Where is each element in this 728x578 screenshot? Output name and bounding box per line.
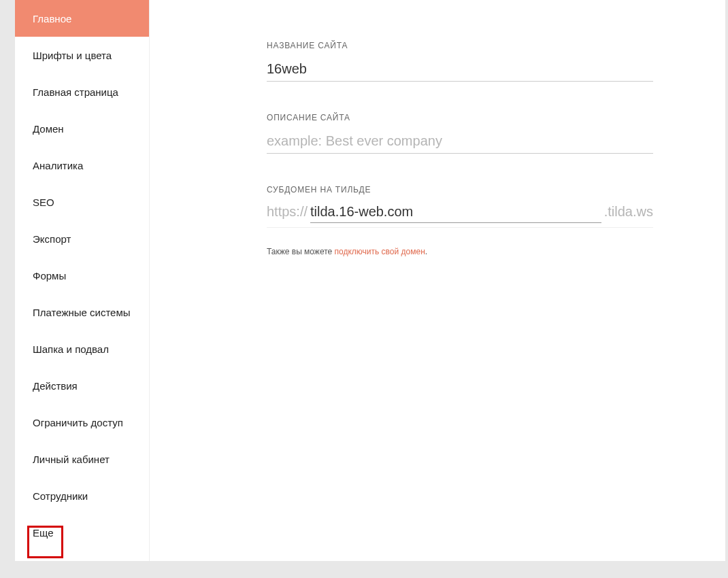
sidebar-item-label: Домен (33, 123, 64, 135)
sidebar-item-collaborators[interactable]: Сотрудники (15, 477, 149, 514)
sidebar-item-seo[interactable]: SEO (15, 184, 149, 220)
subdomain-suffix: .tilda.ws (604, 204, 653, 220)
sidebar-item-label: Ограничить доступ (33, 417, 123, 428)
sidebar-item-payments[interactable]: Платежные системы (15, 294, 149, 330)
subdomain-row: https:// .tilda.ws (267, 204, 653, 228)
settings-sidebar: Главное Шрифты и цвета Главная страница … (15, 0, 150, 561)
sidebar-item-label: Формы (33, 270, 66, 282)
sidebar-item-analytics[interactable]: Аналитика (15, 147, 149, 184)
input-site-name[interactable] (267, 60, 653, 82)
label-site-description: ОПИСАНИЕ САЙТА (267, 113, 653, 122)
sidebar-item-label: Аналитика (33, 160, 83, 171)
settings-panel: Главное Шрифты и цвета Главная страница … (15, 0, 725, 561)
domain-hint-suffix: . (425, 247, 427, 256)
field-site-name: НАЗВАНИЕ САЙТА (267, 41, 653, 82)
sidebar-item-label: SEO (33, 197, 54, 208)
settings-content: НАЗВАНИЕ САЙТА ОПИСАНИЕ САЙТА СУБДОМЕН Н… (267, 41, 653, 256)
label-subdomain: СУБДОМЕН НА ТИЛЬДЕ (267, 185, 653, 194)
connect-domain-link[interactable]: подключить свой домен (335, 247, 425, 256)
sidebar-item-more[interactable]: Еще (15, 514, 149, 551)
sidebar-item-header-footer[interactable]: Шапка и подвал (15, 330, 149, 367)
input-site-description[interactable] (267, 132, 653, 154)
input-subdomain[interactable] (310, 204, 601, 223)
sidebar-item-account[interactable]: Личный кабинет (15, 441, 149, 477)
sidebar-item-forms[interactable]: Формы (15, 257, 149, 294)
field-site-description: ОПИСАНИЕ САЙТА (267, 113, 653, 154)
field-subdomain: СУБДОМЕН НА ТИЛЬДЕ https:// .tilda.ws Та… (267, 185, 653, 256)
sidebar-item-label: Главная страница (33, 86, 118, 98)
sidebar-item-label: Экспорт (33, 233, 71, 245)
sidebar-item-label: Главное (33, 13, 71, 24)
domain-hint-prefix: Также вы можете (267, 247, 335, 256)
sidebar-item-restrict-access[interactable]: Ограничить доступ (15, 404, 149, 441)
sidebar-item-label: Действия (33, 380, 78, 392)
sidebar-item-label: Еще (33, 527, 54, 539)
sidebar-item-label: Шапка и подвал (33, 343, 109, 355)
sidebar-item-label: Шрифты и цвета (33, 50, 112, 61)
sidebar-item-label: Личный кабинет (33, 454, 110, 465)
sidebar-item-fonts-colors[interactable]: Шрифты и цвета (15, 37, 149, 73)
sidebar-item-main[interactable]: Главное (15, 0, 149, 37)
subdomain-prefix: https:// (267, 204, 308, 220)
sidebar-item-label: Сотрудники (33, 490, 88, 502)
label-site-name: НАЗВАНИЕ САЙТА (267, 41, 653, 50)
sidebar-item-domain[interactable]: Домен (15, 110, 149, 147)
domain-hint: Также вы можете подключить свой домен. (267, 247, 653, 256)
sidebar-item-export[interactable]: Экспорт (15, 220, 149, 257)
sidebar-item-actions[interactable]: Действия (15, 367, 149, 404)
sidebar-item-main-page[interactable]: Главная страница (15, 73, 149, 110)
sidebar-item-label: Платежные системы (33, 307, 131, 318)
